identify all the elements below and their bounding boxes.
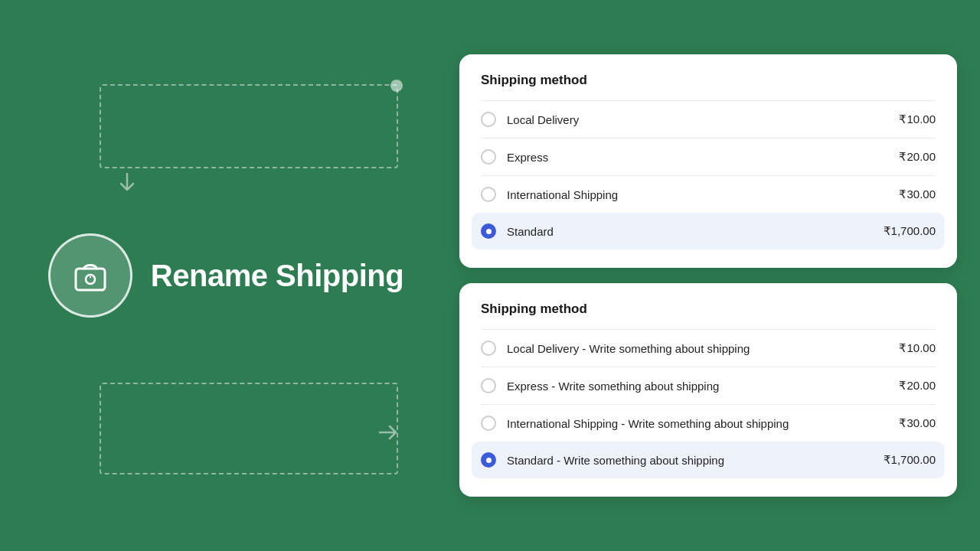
radio-standard[interactable]	[481, 223, 496, 239]
row-express-2[interactable]: Express - Write something about shipping…	[481, 367, 936, 404]
row-standard-2[interactable]: Standard - Write something about shippin…	[472, 442, 945, 478]
name-standard: Standard	[507, 225, 884, 238]
arrow-right-icon	[379, 424, 400, 445]
radio-express[interactable]	[481, 149, 496, 165]
dot-indicator	[390, 80, 403, 92]
row-local-delivery[interactable]: Local Delivery ₹10.00	[481, 100, 936, 138]
card2-title: Shipping method	[481, 302, 936, 317]
shopping-bag-icon	[70, 255, 111, 296]
card1-rows: Local Delivery ₹10.00 Express ₹20.00 Int…	[481, 100, 936, 249]
row-local-delivery-2[interactable]: Local Delivery - Write something about s…	[481, 329, 936, 367]
shipping-card-after: Shipping method Local Delivery - Write s…	[459, 283, 957, 497]
name-local-delivery: Local Delivery	[507, 113, 899, 126]
dashed-box-bottom	[100, 383, 398, 474]
price-express: ₹20.00	[899, 150, 936, 164]
right-panel: Shipping method Local Delivery ₹10.00 Ex…	[452, 0, 980, 551]
price-standard-2: ₹1,700.00	[884, 453, 936, 467]
row-international[interactable]: International Shipping ₹30.00	[481, 175, 936, 213]
shipping-card-before: Shipping method Local Delivery ₹10.00 Ex…	[459, 54, 957, 268]
radio-local-delivery-2[interactable]	[481, 341, 496, 356]
dashed-box-top	[100, 84, 398, 168]
price-local-delivery-2: ₹10.00	[899, 341, 936, 355]
name-international-2: International Shipping - Write something…	[507, 417, 899, 430]
radio-local-delivery[interactable]	[481, 112, 496, 127]
svg-point-2	[86, 275, 95, 284]
name-express: Express	[507, 151, 899, 164]
price-international: ₹30.00	[899, 187, 936, 201]
card1-title: Shipping method	[481, 73, 936, 88]
row-standard[interactable]: Standard ₹1,700.00	[472, 213, 945, 249]
radio-international-2[interactable]	[481, 416, 496, 431]
brand-title: Rename Shipping	[151, 259, 403, 293]
brand-icon-circle	[48, 233, 132, 318]
radio-international[interactable]	[481, 187, 496, 202]
radio-standard-2[interactable]	[481, 452, 496, 468]
name-standard-2: Standard - Write something about shippin…	[507, 454, 884, 467]
price-standard: ₹1,700.00	[884, 224, 936, 238]
price-express-2: ₹20.00	[899, 379, 936, 393]
radio-express-2[interactable]	[481, 378, 496, 393]
name-international: International Shipping	[507, 188, 899, 201]
name-local-delivery-2: Local Delivery - Write something about s…	[507, 342, 899, 355]
price-international-2: ₹30.00	[899, 416, 936, 430]
card2-rows: Local Delivery - Write something about s…	[481, 329, 936, 478]
arrow-down-icon	[119, 173, 136, 199]
svg-rect-1	[76, 269, 105, 290]
brand-center: Rename Shipping	[48, 233, 403, 318]
left-panel: Rename Shipping	[0, 0, 452, 551]
price-local-delivery: ₹10.00	[899, 112, 936, 126]
name-express-2: Express - Write something about shipping	[507, 380, 899, 393]
row-international-2[interactable]: International Shipping - Write something…	[481, 404, 936, 442]
row-express[interactable]: Express ₹20.00	[481, 138, 936, 175]
